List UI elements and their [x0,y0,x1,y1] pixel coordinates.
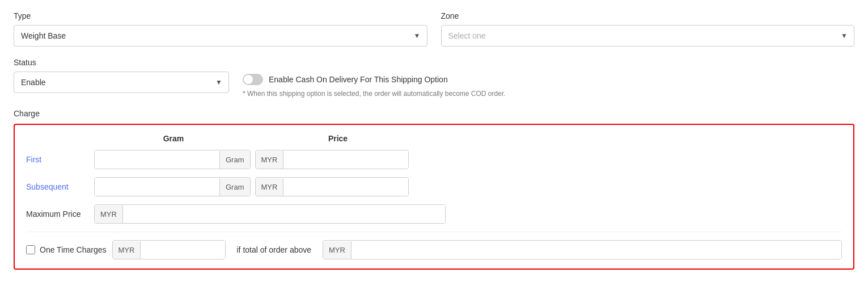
charge-section: Charge Gram Price First Gram MYR [14,109,854,270]
subsequent-price-input[interactable] [283,178,408,196]
if-total-text: if total of order above [231,245,317,254]
type-group: Type Weight Base Flat Rate Free Shipping… [14,11,427,47]
status-select[interactable]: Enable Disable [14,72,229,93]
status-select-wrapper: Enable Disable ▼ [14,72,229,93]
subsequent-gram-input-group: Gram [94,177,251,196]
status-group: Status Enable Disable ▼ [14,58,229,93]
zone-select-wrapper: Select one ▼ [441,25,855,47]
one-time-amount-input[interactable] [141,241,225,259]
order-above-input-group: MYR [323,240,842,259]
order-above-myr-addon: MYR [323,241,352,259]
cod-toggle-row: Enable Cash On Delivery For This Shippin… [243,74,854,85]
charge-divider [26,232,842,232]
subsequent-gram-addon: Gram [219,178,250,196]
status-cod-row: Status Enable Disable ▼ Enable Cash On D… [14,58,854,98]
one-time-checkbox[interactable] [26,245,35,254]
charge-header: Gram Price [26,134,842,143]
first-gram-addon: Gram [219,151,250,169]
subsequent-price-group: MYR [255,177,409,196]
cod-hint: * When this shipping option is selected,… [243,90,854,98]
max-price-row: Maximum Price MYR [26,204,842,224]
order-above-input[interactable] [352,241,841,259]
price-header: Price [253,134,423,143]
charge-box: Gram Price First Gram MYR Subsequent [14,124,854,270]
subsequent-price-input-group: MYR [255,177,409,196]
first-row: First Gram MYR [26,150,842,169]
first-price-group: MYR [255,150,409,169]
first-label: First [26,155,94,164]
gram-header: Gram [94,134,253,143]
max-price-myr-addon: MYR [95,205,123,223]
max-price-input-group: MYR [94,204,446,224]
cod-toggle[interactable] [243,74,263,85]
one-time-label: One Time Charges [40,245,107,254]
subsequent-gram-group: Gram [94,177,251,196]
first-price-input[interactable] [283,150,408,169]
subsequent-gram-input[interactable] [95,178,219,196]
max-price-label: Maximum Price [26,209,94,219]
one-time-row: One Time Charges MYR if total of order a… [26,240,842,259]
subsequent-row: Subsequent Gram MYR [26,177,842,196]
one-time-myr-addon: MYR [113,241,141,259]
type-select-wrapper: Weight Base Flat Rate Free Shipping ▼ [14,25,427,47]
charge-title: Charge [14,109,854,118]
subsequent-label: Subsequent [26,182,94,191]
zone-group: Zone Select one ▼ [441,11,855,47]
type-zone-row: Type Weight Base Flat Rate Free Shipping… [14,11,854,47]
one-time-checkbox-wrapper: One Time Charges [26,245,107,254]
first-gram-input-group: Gram [94,150,251,169]
status-label: Status [14,58,229,67]
first-gram-input[interactable] [95,150,219,169]
first-price-myr-addon: MYR [256,151,284,169]
zone-select[interactable]: Select one [441,25,855,47]
one-time-input-group: MYR [112,240,226,259]
first-price-input-group: MYR [255,150,409,169]
cod-group: Enable Cash On Delivery For This Shippin… [243,58,854,98]
cod-toggle-slider [243,74,263,85]
type-select[interactable]: Weight Base Flat Rate Free Shipping [14,25,427,47]
subsequent-price-myr-addon: MYR [256,178,284,196]
zone-label: Zone [441,11,855,20]
type-label: Type [14,11,427,20]
first-gram-group: Gram [94,150,251,169]
cod-label: Enable Cash On Delivery For This Shippin… [269,75,448,84]
max-price-input[interactable] [123,205,445,223]
